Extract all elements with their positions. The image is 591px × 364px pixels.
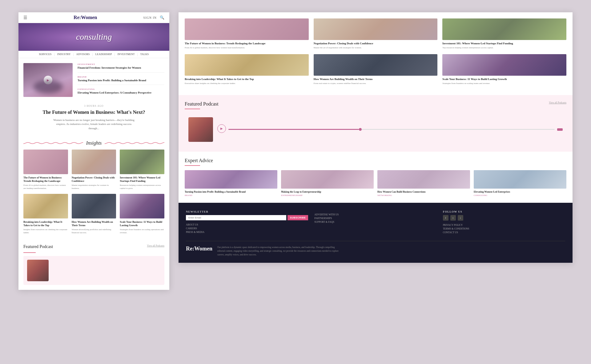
grid-article-title-1[interactable]: The Future of Women in Business: Trends … — [23, 176, 68, 183]
search-icon[interactable]: 🔍 — [160, 15, 164, 20]
main-nav: SERVICES | INDUSTRY | ADVISORS | LEADERS… — [18, 51, 169, 58]
article-item-2: BRAND Turning Passion into Profit: Build… — [78, 76, 164, 85]
podcast-play-button[interactable]: ▶ — [217, 124, 226, 133]
contact-us[interactable]: CONTACT US — [443, 231, 565, 234]
play-button[interactable]: ▶ — [44, 76, 52, 84]
grid-article-title-6[interactable]: Scale Your Business: 11 Ways to Build La… — [120, 220, 164, 227]
right-view-all-podcasts[interactable]: View all Podcasts — [549, 101, 566, 104]
podcast-progress-bar[interactable] — [228, 129, 555, 130]
grid-article-img-2 — [72, 150, 116, 174]
expert-article-title-2[interactable]: Making the Leap to Entrepreneurship — [281, 190, 374, 194]
right-article-desc-4: Executives share insights on climbing th… — [185, 82, 309, 85]
grid-article-5: How Women Are Building Wealth on Their T… — [72, 194, 116, 234]
grid-article-3: Investment 101: Where Women-Led Startups… — [120, 150, 164, 190]
menu-icon[interactable]: ☰ — [23, 15, 27, 20]
grid-article-title-2[interactable]: Negotiation Power: Closing Deals with Co… — [72, 176, 116, 183]
nav-investment[interactable]: INVESTMENT — [115, 53, 137, 56]
podcast-section-left: Featured Podcast View all Podcasts — [18, 239, 169, 290]
right-article-img-2 — [314, 18, 438, 40]
expert-img-3 — [377, 170, 470, 189]
right-panel: The Future of Women in Business: Trends … — [179, 12, 573, 263]
right-article-img-5 — [314, 54, 438, 76]
expert-header: Expert Advice — [185, 158, 566, 163]
right-article-title-5[interactable]: How Women Are Building Wealth on Their T… — [314, 78, 438, 81]
right-articles-grid-bottom: Breaking into Leadership: What It Takes … — [185, 54, 566, 85]
twitter-icon[interactable]: t — [450, 215, 456, 221]
podcast-underline — [23, 252, 36, 253]
site-logo[interactable]: Re:Women — [74, 15, 97, 20]
article-list: INVESTMENT Financial Freedom: Investment… — [78, 63, 164, 97]
privacy-policy[interactable]: PRIVACY POLICY — [443, 224, 565, 226]
podcast-image-left — [27, 260, 49, 281]
right-article-title-1[interactable]: The Future of Women in Business: Trends … — [185, 42, 309, 46]
grid-article-desc-4: Insights from executives on climbing the… — [23, 228, 68, 234]
social-icons: f t i — [443, 215, 565, 221]
podcast-progress-dot — [359, 128, 362, 131]
right-podcast-header: Featured Podcast View all Podcasts — [185, 101, 566, 107]
footer-subscribe-button[interactable]: SUBSCRIBE — [287, 215, 308, 220]
nav-talks[interactable]: TALKS — [138, 53, 151, 56]
expert-article-2: Making the Leap to Entrepreneurship ENTR… — [281, 170, 374, 197]
article-title-3[interactable]: Elevating Women-Led Enterprises: A Consu… — [78, 91, 164, 95]
grid-article-title-4[interactable]: Breaking into Leadership: What It Takes … — [23, 220, 68, 227]
article-tag-1: INVESTMENT — [78, 63, 164, 66]
article-title-2[interactable]: Turning Passion into Profit: Building a … — [78, 79, 164, 82]
instagram-icon[interactable]: i — [458, 215, 463, 221]
footer-partnerships[interactable]: PARTNERSHIPS — [314, 217, 436, 220]
right-podcast-section: Featured Podcast View all Podcasts ▶ — [179, 95, 573, 152]
right-article-desc-2: Master the art of negotiation with strat… — [314, 46, 438, 50]
right-article-2: Negotiation Power: Closing Deals with Co… — [314, 18, 438, 49]
expert-article-tag-2: ENTREPRENEURSHIP — [281, 194, 374, 197]
footer-desc: Our platform is a dynamic space dedicate… — [217, 246, 340, 257]
expert-article-tag-3: NETWORKING — [377, 194, 470, 197]
privacy-links: PRIVACY POLICY TERMS & CONDITIONS CONTAC… — [443, 224, 565, 234]
grid-article-title-5[interactable]: How Women Are Building Wealth on Their T… — [72, 220, 116, 227]
view-all-podcasts[interactable]: View all Podcasts — [147, 244, 164, 247]
footer-advertise[interactable]: ADVERTISE WITH US — [314, 213, 436, 216]
podcast-card-left — [23, 256, 164, 285]
grid-article-img-5 — [72, 194, 116, 218]
expert-article-title-4[interactable]: Elevating Women-Led Enterprises — [474, 190, 566, 194]
hero-title: consulting — [76, 32, 112, 42]
footer-careers[interactable]: CAREERS — [186, 227, 308, 230]
big-article-title[interactable]: The Future of Women in Business: What's … — [25, 109, 163, 116]
right-podcast-underline — [185, 109, 200, 109]
big-article-desc: Women in business are no longer just bre… — [51, 118, 137, 131]
terms-conditions[interactable]: TERMS & CONDITIONS — [443, 227, 565, 230]
featured-image: ▶ — [23, 63, 73, 97]
right-article-title-6[interactable]: Scale Your Business: 11 Ways to Build La… — [442, 78, 566, 81]
footer-newsletter-col: NEWSLETTER SUBSCRIBE ABOUT US CAREERS PR… — [186, 210, 308, 235]
expert-article-title-1[interactable]: Turning Passion into Profit: Building a … — [185, 190, 277, 194]
nav-advisors[interactable]: ADVISORS — [74, 53, 92, 56]
right-article-title-4[interactable]: Breaking into Leadership: What It Takes … — [185, 78, 309, 81]
right-article-title-2[interactable]: Negotiation Power: Closing Deals with Co… — [314, 42, 438, 46]
right-podcast-image — [188, 117, 213, 142]
right-article-img-4 — [185, 54, 309, 76]
footer-about[interactable]: ABOUT US — [186, 223, 308, 226]
nav-services[interactable]: SERVICES — [37, 53, 54, 56]
footer-links-col: ADVERTISE WITH US PARTNERSHIPS SUPPORT &… — [314, 210, 436, 235]
grid-article-desc-1: From AI to global markets, discover how … — [23, 184, 68, 190]
article-title-1[interactable]: Financial Freedom: Investment Strategies… — [78, 66, 164, 70]
big-article-time: 3 HOURS AGO — [25, 105, 163, 107]
nav-industry[interactable]: INDUSTRY — [55, 53, 73, 56]
right-article-title-3[interactable]: Investment 101: Where Women-Led Startups… — [442, 42, 566, 46]
footer-press[interactable]: PRESS & MEDIA — [186, 231, 308, 234]
grid-article-img-3 — [120, 150, 164, 174]
grid-article-img-4 — [23, 194, 68, 218]
wavy-line-right — [105, 142, 164, 144]
facebook-icon[interactable]: f — [443, 215, 448, 221]
footer-support[interactable]: SUPPORT & FAQS — [314, 221, 436, 223]
footer-email-input[interactable] — [186, 215, 286, 220]
nav-leadership[interactable]: LEADERSHIP — [93, 53, 115, 56]
sign-in-button[interactable]: SIGN IN — [143, 16, 157, 19]
right-article-desc-3: Top resources helping women entrepreneur… — [442, 46, 566, 50]
expert-article-tag-4: CONSULTING — [474, 194, 566, 197]
grid-article-title-3[interactable]: Investment 101: Where Women-Led Startups… — [120, 176, 164, 183]
podcast-volume[interactable] — [557, 128, 563, 131]
expert-article-title-3[interactable]: How Women Can Build Business Connections — [377, 190, 470, 194]
grid-article-img-6 — [120, 194, 164, 218]
footer-logo[interactable]: Re:Women — [186, 246, 212, 252]
grid-article-desc-3: Resources helping women entrepreneurs ac… — [120, 184, 164, 190]
footer-links-col2: ADVERTISE WITH US PARTNERSHIPS SUPPORT &… — [314, 213, 436, 223]
